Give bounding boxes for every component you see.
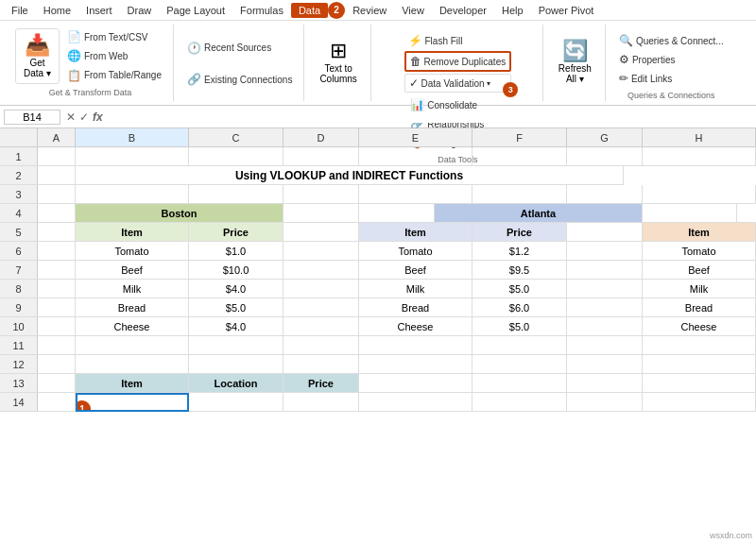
row-num-4: 4 — [0, 204, 38, 223]
recent-sources-label: Recent Sources — [204, 42, 271, 53]
data-validation-button[interactable]: ✓ Data Validation ▾ 3 — [404, 74, 512, 93]
col-header-d[interactable]: D — [284, 128, 359, 147]
table-row: 1 — [0, 147, 756, 166]
recent-sources-button[interactable]: 🕐 Recent Sources — [183, 40, 296, 57]
cell-atlanta-header[interactable]: Atlanta — [435, 204, 643, 223]
menu-help[interactable]: Help — [494, 3, 531, 18]
menu-2[interactable]: 2 — [328, 2, 345, 19]
consolidate-icon: 📊 — [410, 98, 424, 111]
menu-view[interactable]: View — [394, 3, 432, 18]
spreadsheet: A B C D E F G H I J 1 2 Using VLOOKUP an… — [0, 128, 756, 544]
ribbon-group-text-to-columns: ⊞ Text toColumns — [306, 25, 370, 101]
menu-file[interactable]: File — [4, 3, 36, 18]
lookup-price-header[interactable]: Price — [284, 374, 359, 393]
table-row: 11 — [0, 336, 756, 355]
queries-connect-icon: 🔍 — [619, 34, 633, 47]
ribbon: 📥 GetData ▾ 📄 From Text/CSV 🌐 From Web 📋… — [0, 21, 756, 106]
table-row: 3 — [0, 185, 756, 204]
col-header-f[interactable]: F — [472, 128, 567, 147]
row-num-7: 7 — [0, 261, 38, 280]
col-header-e[interactable]: E — [359, 128, 472, 147]
cell-c14[interactable] — [189, 393, 284, 412]
edit-links-icon: ✏ — [619, 72, 628, 85]
from-web-button[interactable]: 🌐 From Web — [63, 47, 165, 64]
from-text-csv-button[interactable]: 📄 From Text/CSV — [63, 28, 165, 45]
text-to-columns-icon: ⊞ — [330, 39, 347, 63]
remove-duplicates-button[interactable]: 🗑 Remove Duplicates — [404, 51, 512, 72]
col-header-h[interactable]: H — [643, 128, 756, 147]
lookup-location-header[interactable]: Location — [189, 374, 284, 393]
data-validation-icon: ✓ — [409, 76, 419, 90]
ribbon-group-get-transform: 📥 GetData ▾ 📄 From Text/CSV 🌐 From Web 📋… — [8, 25, 174, 101]
table-row: 13 Item Location Price — [0, 374, 756, 393]
row-num-9: 9 — [0, 298, 38, 317]
cell-h1[interactable] — [643, 147, 756, 166]
menu-draw[interactable]: Draw — [120, 3, 160, 18]
cell-f1[interactable] — [472, 147, 567, 166]
lookup-item-header[interactable]: Item — [76, 374, 189, 393]
table-row: 10 Cheese $4.0 Cheese $5.0 Cheese $6.0 — [0, 317, 756, 336]
edit-links-button[interactable]: ✏ Edit Links — [615, 70, 728, 87]
row-num-11: 11 — [0, 336, 38, 355]
cancel-icon[interactable]: ✕ — [66, 110, 76, 124]
col-header-c[interactable]: C — [189, 128, 284, 147]
table-row: 4 Boston Atlanta Denver — [0, 204, 756, 223]
col-header-b[interactable]: B — [76, 128, 189, 147]
watermark: wsxdn.com — [710, 531, 752, 540]
queries-connect-button[interactable]: 🔍 Queries & Connect... — [615, 32, 728, 49]
cell-g1[interactable] — [567, 147, 643, 166]
cell-b1[interactable] — [76, 147, 189, 166]
menu-pagelayout[interactable]: Page Layout — [159, 3, 232, 18]
row-num-2: 2 — [0, 166, 38, 185]
menu-developer[interactable]: Developer — [432, 3, 494, 18]
cell-e1[interactable] — [359, 147, 472, 166]
cell-reference[interactable]: B14 — [4, 110, 60, 125]
flash-fill-button[interactable]: ⚡ Flash Fill — [404, 32, 512, 49]
row-num-12: 12 — [0, 355, 38, 374]
get-data-button[interactable]: 📥 GetData ▾ — [15, 28, 60, 84]
refresh-all-button[interactable]: 🔄 RefreshAll ▾ — [553, 35, 597, 88]
table-row: 9 Bread $5.0 Bread $6.0 Bread $9.0 — [0, 298, 756, 317]
existing-connections-button[interactable]: 🔗 Existing Connections — [183, 71, 296, 88]
get-data-icon: 📥 — [25, 33, 50, 58]
cell-b14[interactable]: 1 — [76, 393, 189, 412]
cell-boston-header[interactable]: Boston — [76, 204, 284, 223]
menu-home[interactable]: Home — [36, 3, 78, 18]
cell-a1[interactable] — [38, 147, 76, 166]
table-row: 14 1 — [0, 393, 756, 412]
table-row: 12 — [0, 355, 756, 374]
corner-cell — [0, 128, 38, 147]
row-num-5: 5 — [0, 223, 38, 242]
formula-bar: B14 ✕ ✓ fx — [0, 106, 756, 128]
cell-a2[interactable] — [38, 166, 76, 185]
text-to-columns-button[interactable]: ⊞ Text toColumns — [314, 28, 362, 94]
from-table-button[interactable]: 📋 From Table/Range — [63, 67, 165, 84]
row-num-8: 8 — [0, 280, 38, 298]
table-row: 7 Beef $10.0 Beef $9.5 Beef $15.0 — [0, 261, 756, 280]
row-num-14: 14 — [0, 393, 38, 412]
cell-d1[interactable] — [284, 147, 359, 166]
formula-input[interactable] — [109, 111, 752, 123]
from-table-icon: 📋 — [67, 69, 81, 82]
col-header-a[interactable]: A — [38, 128, 76, 147]
cell-b2[interactable]: Using VLOOKUP and INDIRECT Functions — [76, 166, 624, 185]
cell-d14[interactable] — [284, 393, 359, 412]
confirm-icon[interactable]: ✓ — [79, 110, 89, 124]
refresh-label: RefreshAll ▾ — [558, 63, 592, 84]
menu-powerpivot[interactable]: Power Pivot — [531, 3, 602, 18]
col-header-g[interactable]: G — [567, 128, 643, 147]
table-row: 5 Item Price Item Price Item Price — [0, 223, 756, 242]
function-icon[interactable]: fx — [93, 110, 103, 124]
ribbon-group-recent: 🕐 Recent Sources 🔗 Existing Connections — [176, 25, 304, 101]
menu-formulas[interactable]: Formulas — [232, 3, 291, 18]
get-data-label: GetData ▾ — [24, 58, 51, 78]
menu-review[interactable]: Review — [345, 3, 394, 18]
menu-insert[interactable]: Insert — [78, 3, 120, 18]
queries-label: Queries & Connections — [627, 87, 715, 100]
badge-1: 1 — [76, 400, 91, 412]
menu-data[interactable]: Data — [291, 3, 328, 18]
cell-c1[interactable] — [189, 147, 284, 166]
table-row: 6 Tomato $1.0 Tomato $1.2 Tomato $2.0 — [0, 242, 756, 261]
properties-button[interactable]: ⚙ Properties — [615, 51, 728, 68]
properties-icon: ⚙ — [619, 53, 629, 66]
